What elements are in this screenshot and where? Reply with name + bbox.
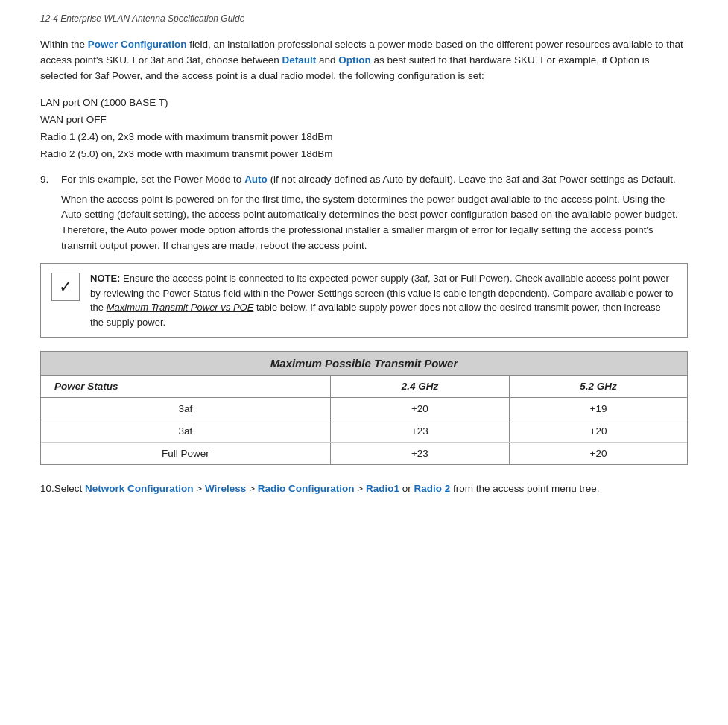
auto-highlight: Auto	[244, 174, 268, 185]
page-header: 12-4 Enterprise WLAN Antenna Specificati…	[40, 13, 688, 24]
note-italic-text: Maximum Transmit Power vs POE	[107, 302, 254, 313]
table-title: Maximum Possible Transmit Power	[41, 352, 687, 376]
step-10-num: 10.	[40, 483, 54, 494]
intro-text-3: and	[316, 54, 338, 66]
note-text: NOTE: Ensure the access point is connect…	[90, 271, 677, 329]
page: 12-4 Enterprise WLAN Antenna Specificati…	[0, 0, 728, 519]
row-3-col-1: Full Power	[41, 443, 330, 465]
intro-text-1: Within the	[40, 39, 88, 50]
power-configuration-highlight: Power Configuration	[88, 39, 187, 50]
row-2-col-1: 3at	[41, 420, 330, 443]
row-2-col-2: +23	[330, 420, 509, 443]
table-header-row: Power Status 2.4 GHz 5.2 GHz	[41, 376, 687, 398]
config-block: LAN port ON (1000 BASE T) WAN port OFF R…	[40, 95, 688, 163]
step-10-text-4: >	[355, 483, 366, 494]
step-9-content: For this example, set the Power Mode to …	[61, 174, 688, 255]
table-title-text: Maximum Possible Transmit Power	[270, 357, 458, 370]
table-row: 3at +23 +20	[41, 420, 687, 443]
radio2-highlight: Radio 2	[414, 483, 450, 494]
radio1-highlight: Radio1	[366, 483, 399, 494]
transmit-power-table-section: Maximum Possible Transmit Power Power St…	[40, 351, 688, 465]
row-3-col-3: +20	[510, 443, 688, 465]
step-10-text-3: >	[246, 483, 257, 494]
note-box: ✓ NOTE: Ensure the access point is conne…	[40, 263, 688, 338]
step-10-text-2: >	[194, 483, 205, 494]
intro-paragraph: Within the Power Configuration field, an…	[40, 37, 688, 84]
radio-config-highlight: Radio Configuration	[258, 483, 355, 494]
config-line-1: LAN port ON (1000 BASE T)	[40, 95, 688, 112]
step-9-text-2: (if not already defined as Auto by defau…	[268, 174, 676, 185]
step-10-text-5: or	[399, 483, 414, 494]
step-9: 9. For this example, set the Power Mode …	[40, 174, 688, 255]
row-1-col-1: 3af	[41, 398, 330, 420]
config-line-2: WAN port OFF	[40, 112, 688, 129]
row-1-col-2: +20	[330, 398, 509, 420]
network-config-highlight: Network Configuration	[85, 483, 194, 494]
config-line-4: Radio 2 (5.0) on, 2x3 mode with maximum …	[40, 146, 688, 163]
header-text: 12-4 Enterprise WLAN Antenna Specificati…	[40, 13, 244, 24]
note-label: NOTE:	[90, 273, 120, 284]
step-10-text-1: Select	[54, 483, 85, 494]
wireless-highlight: Wireless	[205, 483, 246, 494]
step-9-sub-para: When the access point is powered on for …	[61, 192, 688, 255]
step-9-sub-para-text: When the access point is powered on for …	[61, 194, 678, 252]
col-header-power-status: Power Status	[41, 376, 330, 398]
step-9-text-1: For this example, set the Power Mode to	[61, 174, 244, 185]
checkmark-icon: ✓	[51, 273, 80, 301]
table-row: 3af +20 +19	[41, 398, 687, 420]
config-line-3: Radio 1 (2.4) on, 2x3 mode with maximum …	[40, 129, 688, 146]
default-highlight: Default	[282, 54, 317, 66]
row-3-col-2: +23	[330, 443, 509, 465]
step-10-text-6: from the access point menu tree.	[450, 483, 599, 494]
col-header-5-2ghz: 5.2 GHz	[510, 376, 688, 398]
transmit-power-table: Power Status 2.4 GHz 5.2 GHz 3af +20 +19…	[41, 376, 687, 464]
row-1-col-3: +19	[510, 398, 688, 420]
step-9-num: 9.	[40, 174, 57, 255]
row-2-col-3: +20	[510, 420, 688, 443]
step-10: 10.Select Network Configuration > Wirele…	[40, 481, 688, 497]
option-highlight: Option	[338, 54, 371, 66]
table-body: 3af +20 +19 3at +23 +20 Full Power +23 +…	[41, 398, 687, 465]
col-header-2-4ghz: 2.4 GHz	[330, 376, 509, 398]
table-row: Full Power +23 +20	[41, 443, 687, 465]
